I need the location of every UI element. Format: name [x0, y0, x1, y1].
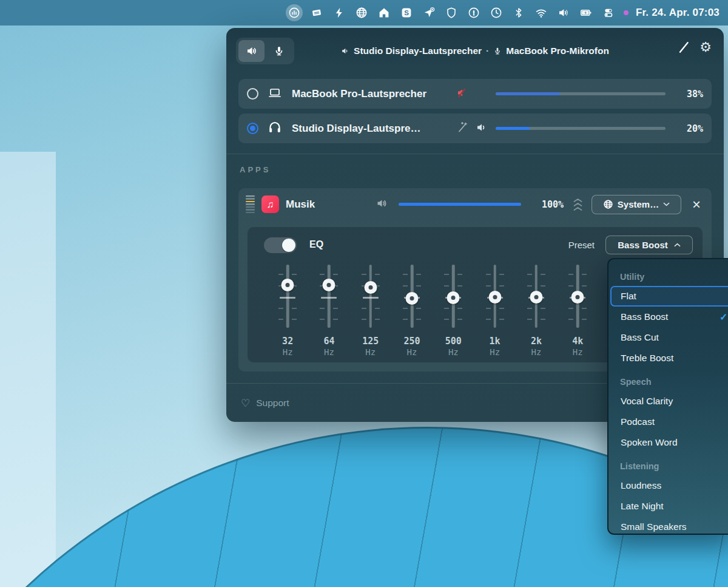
eq-band-125: 125 Hz — [350, 257, 391, 357]
edit-button[interactable] — [676, 40, 691, 55]
s-app-icon[interactable]: S — [398, 4, 415, 21]
eq-band-freq: 125 — [362, 336, 379, 347]
eq-band-32: 32 Hz — [267, 257, 308, 357]
support-link[interactable]: ♡ Support — [241, 392, 289, 414]
home-icon[interactable] — [376, 4, 393, 21]
chevron-down-icon — [663, 202, 670, 206]
section-separator — [226, 154, 724, 154]
eq-band-250: 250 Hz — [391, 257, 433, 357]
device-row-macbook-speakers[interactable]: MacBook Pro-Lautsprecher 38% — [238, 79, 712, 109]
desktop: S Fr. 24. Apr. 07:03 Studio Display-Laut… — [0, 0, 728, 587]
collapse-chevrons-icon[interactable] — [568, 198, 587, 211]
output-device-label[interactable]: Studio Display-Lautsprecher — [354, 46, 482, 56]
eq-slider[interactable] — [568, 265, 587, 328]
bolt-icon[interactable] — [331, 4, 348, 21]
eq-knob[interactable] — [530, 291, 542, 304]
eq-knob[interactable] — [323, 279, 335, 291]
settings-button[interactable]: ⚙ — [698, 40, 713, 55]
eq-label: EQ — [309, 239, 323, 250]
menu-item-podcast[interactable]: Podcast — [610, 412, 728, 432]
eq-slider[interactable] — [486, 265, 504, 328]
battery-charging-icon[interactable] — [578, 4, 595, 21]
eq-band-64: 64 Hz — [308, 257, 349, 357]
checkmark-icon: ✓ — [720, 311, 727, 323]
menu-item-bass-boost[interactable]: Bass Boost✓ — [610, 307, 728, 327]
input-device-label[interactable]: MacBook Pro-Mikrofon — [506, 46, 609, 56]
eq-band-unit: Hz — [407, 347, 417, 357]
bluetooth-icon[interactable] — [510, 4, 527, 21]
eq-band-4k: 4k Hz — [557, 257, 598, 357]
onepassword-icon[interactable] — [465, 4, 482, 21]
eq-knob[interactable] — [406, 292, 419, 305]
eq-slider[interactable] — [527, 265, 545, 328]
device-row-studio-display[interactable]: Studio Display-Lautspre… 20% — [238, 114, 712, 143]
menu-item-small-speakers[interactable]: Small Speakers — [610, 517, 728, 535]
eq-band-freq: 4k — [572, 336, 583, 347]
headphones-icon — [268, 120, 292, 137]
eq-slider[interactable] — [362, 265, 380, 328]
volume-icon[interactable] — [555, 4, 572, 21]
user-switch-icon[interactable] — [600, 4, 617, 21]
volume-slider[interactable] — [496, 92, 666, 95]
menu-item-late-night[interactable]: Late Night — [610, 496, 728, 517]
device-name: Studio Display-Lautspre… — [292, 123, 456, 135]
volume-percent: 38% — [666, 89, 703, 100]
eq-toggle[interactable] — [264, 237, 297, 253]
eq-knob[interactable] — [571, 291, 584, 304]
volume-percent: 20% — [666, 123, 703, 134]
eq-knob[interactable] — [281, 279, 294, 291]
menu-item-spoken-word[interactable]: Spoken Word — [610, 432, 728, 453]
eq-knob[interactable] — [447, 291, 460, 304]
support-label: Support — [256, 398, 289, 409]
wifi-icon[interactable] — [533, 4, 550, 21]
eq-band-unit: Hz — [283, 347, 293, 357]
menu-section-utility: Utility — [608, 268, 728, 286]
app-row-musik[interactable]: ♫ Musik 100% System… × — [238, 188, 712, 220]
menu-item-vocal-clarity[interactable]: Vocal Clarity — [610, 391, 728, 412]
speaker-icon[interactable] — [475, 121, 496, 137]
location-off-icon[interactable] — [420, 4, 437, 21]
muted-speaker-icon[interactable] — [456, 86, 475, 102]
eq-band-freq: 1k — [490, 336, 500, 347]
eq-knob[interactable] — [364, 281, 377, 294]
wallpaper-band — [0, 152, 56, 587]
preset-select[interactable]: Bass Boost — [605, 236, 693, 254]
mic-icon — [493, 47, 502, 55]
chevron-up-icon — [674, 243, 681, 247]
menu-item-bass-cut[interactable]: Bass Cut — [610, 327, 728, 348]
menu-item-flat[interactable]: Flat — [610, 286, 728, 307]
keystroke-icon[interactable] — [308, 4, 325, 21]
speaker-icon[interactable] — [376, 197, 394, 212]
output-tab[interactable] — [238, 40, 265, 62]
soundsource-icon[interactable] — [286, 4, 303, 21]
pencil-icon — [676, 40, 691, 55]
output-input-segmented-control — [236, 38, 294, 64]
eq-band-unit: Hz — [490, 347, 500, 357]
eq-slider[interactable] — [444, 265, 462, 328]
menubar-clock[interactable]: Fr. 24. Apr. 07:03 — [636, 7, 720, 19]
eq-slider[interactable] — [320, 265, 338, 328]
time-machine-icon[interactable] — [488, 4, 505, 21]
eq-bands: 32 Hz 64 Hz 125 Hz 250 Hz — [267, 257, 598, 357]
device-radio-unselected[interactable] — [247, 88, 258, 100]
eq-slider[interactable] — [278, 265, 297, 328]
volume-slider[interactable] — [496, 127, 666, 130]
title-separator: · — [486, 46, 489, 56]
menu-item-treble-boost[interactable]: Treble Boost — [610, 348, 728, 368]
app-name: Musik — [286, 198, 371, 211]
app-volume-percent: 100% — [526, 199, 564, 210]
mic-icon — [273, 45, 285, 57]
eq-slider[interactable] — [403, 265, 421, 328]
menu-item-loudness[interactable]: Loudness — [610, 475, 728, 496]
input-tab[interactable] — [266, 40, 292, 62]
eq-knob[interactable] — [488, 291, 501, 304]
presence-dot — [624, 10, 629, 15]
app-volume-slider[interactable] — [399, 203, 521, 206]
app-output-select[interactable]: System… — [592, 195, 681, 214]
device-radio-selected[interactable] — [247, 123, 258, 134]
magic-wand-icon[interactable] — [456, 121, 475, 137]
close-app-button[interactable]: × — [686, 197, 707, 212]
preset-value: Bass Boost — [618, 240, 668, 250]
globe-icon[interactable] — [353, 4, 370, 21]
shield-icon[interactable] — [443, 4, 460, 21]
